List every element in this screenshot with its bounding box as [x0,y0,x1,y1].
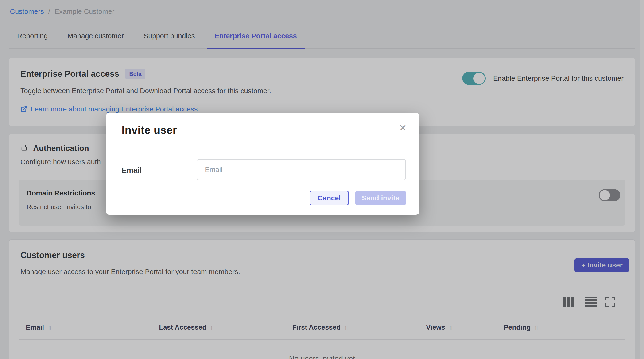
page: Customers / Example Customer Reporting M… [0,0,644,359]
email-field[interactable] [197,159,406,180]
invite-user-modal: Invite user ✕ Email Cancel Send invite [106,113,419,215]
email-label: Email [122,166,142,175]
cancel-button[interactable]: Cancel [310,191,349,205]
modal-title: Invite user [122,124,177,136]
send-invite-button[interactable]: Send invite [355,191,406,205]
close-icon[interactable]: ✕ [399,123,407,133]
